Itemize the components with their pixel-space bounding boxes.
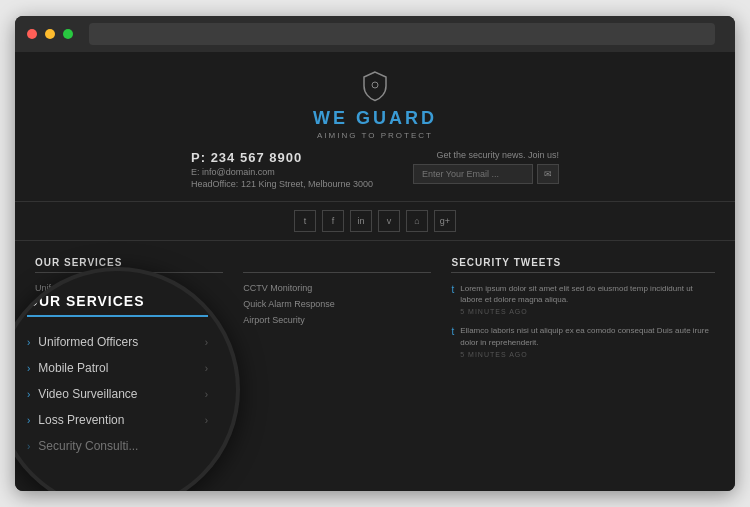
- rss-icon[interactable]: ⌂: [406, 210, 428, 232]
- tweet-2-time: 5 MINUTES AGO: [460, 351, 715, 358]
- newsletter-label: Get the security news. Join us!: [413, 150, 559, 160]
- service-item[interactable]: Airport Security: [243, 315, 431, 325]
- services-right-title: -: [243, 257, 431, 273]
- twitter-tweet-icon: t: [451, 284, 454, 315]
- sidebar-item-label: Loss Prevention: [38, 413, 124, 427]
- sidebar-title: OUR SERVICES: [27, 293, 208, 317]
- newsletter-submit-button[interactable]: ✉: [537, 164, 559, 184]
- chevron-right-end-icon: ›: [205, 337, 208, 348]
- chevron-right-end-icon: ›: [205, 389, 208, 400]
- sidebar-item-left: › Loss Prevention: [27, 413, 124, 427]
- newsletter-input[interactable]: [413, 164, 533, 184]
- email-label: E:: [191, 167, 200, 177]
- sidebar-item-uniformed-officers[interactable]: › Uniformed Officers ›: [27, 329, 208, 355]
- sidebar-item-video-surveillance[interactable]: › Video Surveillance ›: [27, 381, 208, 407]
- tweet-2-content: Ellamco laboris nisi ut aliquip ex ea co…: [460, 325, 715, 357]
- header-info: P: 234 567 8900 E: info@domain.com HeadO…: [15, 150, 735, 189]
- browser-window: WE GUARD AIMING TO PROTECT P: 234 567 89…: [15, 16, 735, 491]
- address-label: HeadOffice:: [191, 179, 238, 189]
- chevron-right-icon: ›: [27, 337, 30, 348]
- address-bar[interactable]: [89, 23, 715, 45]
- contact-info: P: 234 567 8900 E: info@domain.com HeadO…: [191, 150, 373, 189]
- minimize-dot[interactable]: [45, 29, 55, 39]
- newsletter: Get the security news. Join us! ✉: [413, 150, 559, 184]
- sidebar-item-label: Video Surveillance: [38, 387, 137, 401]
- facebook-icon[interactable]: f: [322, 210, 344, 232]
- tweets-column: SECURITY TWEETS t Lorem ipsum dolor sit …: [451, 257, 715, 379]
- maximize-dot[interactable]: [63, 29, 73, 39]
- chevron-right-icon: ›: [27, 415, 30, 426]
- address: HeadOffice: 121 King Street, Melbourne 3…: [191, 179, 373, 189]
- phone: P: 234 567 8900: [191, 150, 373, 165]
- sidebar-item-label: Mobile Patrol: [38, 361, 108, 375]
- email-value: info@domain.com: [202, 167, 275, 177]
- logo-title: WE GUARD: [15, 108, 735, 129]
- chevron-right-end-icon: ›: [205, 363, 208, 374]
- shield-icon: [361, 70, 389, 102]
- phone-label: P:: [191, 150, 206, 165]
- chevron-right-icon: ›: [27, 441, 30, 452]
- newsletter-form: ✉: [413, 164, 559, 184]
- social-bar: t f in v ⌂ g+: [15, 202, 735, 241]
- sidebar-item-left: › Security Consulti...: [27, 439, 138, 453]
- email: E: info@domain.com: [191, 167, 373, 177]
- sidebar-item-left: › Uniformed Officers: [27, 335, 138, 349]
- linkedin-icon[interactable]: in: [350, 210, 372, 232]
- service-item[interactable]: CCTV Monitoring: [243, 283, 431, 293]
- chevron-right-icon: ›: [27, 389, 30, 400]
- sidebar-item-label: Uniformed Officers: [38, 335, 138, 349]
- svg-point-0: [372, 82, 378, 88]
- logo-we: WE: [313, 108, 356, 128]
- sidebar-item-left: › Video Surveillance: [27, 387, 138, 401]
- sidebar-inner: OUR SERVICES › Uniformed Officers › › Mo…: [15, 271, 236, 491]
- logo-guard: GUARD: [356, 108, 437, 128]
- browser-chrome: [15, 16, 735, 52]
- close-dot[interactable]: [27, 29, 37, 39]
- tweets-column-title: SECURITY TWEETS: [451, 257, 715, 273]
- chevron-right-icon: ›: [27, 363, 30, 374]
- site-header: WE GUARD AIMING TO PROTECT P: 234 567 89…: [15, 52, 735, 202]
- sidebar-item-security-consulting[interactable]: › Security Consulti...: [27, 433, 208, 459]
- vimeo-icon[interactable]: v: [378, 210, 400, 232]
- twitter-tweet-icon-2: t: [451, 326, 454, 357]
- chevron-right-end-icon: ›: [205, 415, 208, 426]
- sidebar-item-mobile-patrol[interactable]: › Mobile Patrol ›: [27, 355, 208, 381]
- sidebar-item-label: Security Consulti...: [38, 439, 138, 453]
- tweet-1-text: Lorem ipsum dolor sit amet elit sed do e…: [460, 283, 715, 305]
- twitter-icon[interactable]: t: [294, 210, 316, 232]
- service-item[interactable]: Quick Alarm Response: [243, 299, 431, 309]
- tweet-2: t Ellamco laboris nisi ut aliquip ex ea …: [451, 325, 715, 357]
- phone-number: 234 567 8900: [211, 150, 303, 165]
- tweet-1-time: 5 MINUTES AGO: [460, 308, 715, 315]
- address-value: 121 King Street, Melbourne 3000: [241, 179, 373, 189]
- sidebar-item-left: › Mobile Patrol: [27, 361, 108, 375]
- googleplus-icon[interactable]: g+: [434, 210, 456, 232]
- browser-content: WE GUARD AIMING TO PROTECT P: 234 567 89…: [15, 52, 735, 491]
- tweet-1: t Lorem ipsum dolor sit amet elit sed do…: [451, 283, 715, 315]
- tweet-1-content: Lorem ipsum dolor sit amet elit sed do e…: [460, 283, 715, 315]
- services-right-column: - CCTV Monitoring Quick Alarm Response A…: [243, 257, 431, 379]
- logo-subtitle: AIMING TO PROTECT: [15, 131, 735, 140]
- tweet-2-text: Ellamco laboris nisi ut aliquip ex ea co…: [460, 325, 715, 347]
- sidebar-item-loss-prevention[interactable]: › Loss Prevention ›: [27, 407, 208, 433]
